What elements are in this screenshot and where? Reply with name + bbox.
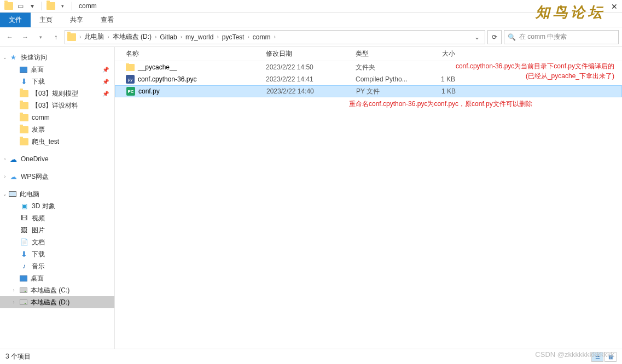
breadcrumb-item[interactable]: my_world [183, 33, 216, 41]
py-icon: PC [126, 87, 135, 96]
breadcrumb-item[interactable]: comm [251, 33, 273, 41]
ribbon-file-tab[interactable]: 文件 [0, 13, 31, 27]
download-icon: ⬇ [20, 77, 28, 86]
sidebar-item-videos[interactable]: 🎞 视频 [0, 212, 114, 224]
pyc-icon: py [126, 75, 135, 84]
chevron-right-icon[interactable]: › [106, 34, 110, 40]
sidebar-item-downloads[interactable]: ⬇ 下载 [0, 248, 114, 260]
file-name: conf.cpython-36.pyc [138, 75, 196, 83]
file-row-py[interactable]: PCconf.py 2023/2/22 14:40 PY 文件 1 KB [115, 85, 622, 97]
breadcrumb-dropdown-icon[interactable]: ⌄ [472, 33, 483, 41]
sidebar-item-desktop[interactable]: 桌面 [0, 272, 114, 284]
search-icon: 🔍 [508, 33, 516, 41]
breadcrumb-item[interactable]: Gitlab [158, 33, 179, 41]
sidebar-item-documents[interactable]: 📄 文档 [0, 236, 114, 248]
qat-folder-icon [46, 2, 55, 10]
up-button[interactable]: ↑ [49, 31, 62, 44]
chevron-right-icon[interactable]: › [2, 174, 8, 179]
sidebar-item-label: 音乐 [32, 262, 45, 271]
3d-icon: ▣ [20, 202, 28, 210]
desktop-icon [20, 67, 27, 73]
qat-chevron-icon[interactable]: ▾ [57, 3, 67, 9]
sidebar-this-pc[interactable]: ⌄ 此电脑 [0, 188, 114, 200]
breadcrumb-item[interactable]: pycTest [220, 33, 247, 41]
column-header-name[interactable]: 名称 [123, 49, 263, 58]
document-icon: 📄 [20, 238, 28, 246]
ribbon-tab-share[interactable]: 共享 [61, 13, 92, 27]
sidebar-quick-access[interactable]: ⌄ ★ 快速访问 [0, 51, 114, 63]
music-icon: ♪ [20, 262, 28, 271]
sidebar-item[interactable]: 发票 [0, 124, 114, 136]
folder-icon [20, 102, 28, 109]
file-date: 2023/2/22 14:50 [263, 63, 352, 71]
column-header-date[interactable]: 修改日期 [263, 49, 352, 58]
sidebar-item-label: 下载 [32, 250, 45, 259]
title-bar: ▭ ▾ ▾ comm 知鸟论坛 ✕ [0, 0, 622, 13]
sidebar-label: 快速访问 [21, 53, 47, 62]
status-bar: 3 个项目 ☰ ▦ [0, 349, 622, 364]
sidebar-item-label: 本地磁盘 (D:) [31, 298, 69, 307]
sidebar-item-downloads[interactable]: ⬇ 下载 📌 [0, 75, 114, 87]
sidebar-item-3d[interactable]: ▣ 3D 对象 [0, 200, 114, 212]
breadcrumb-item[interactable]: 本地磁盘 (D:) [111, 32, 154, 42]
chevron-down-icon[interactable]: ⌄ [2, 191, 8, 197]
sidebar-item-label: 文档 [32, 238, 45, 247]
csdn-watermark: CSDN @zkkkkkkkkkkkkk [535, 350, 614, 359]
separator [72, 2, 72, 10]
sidebar-item[interactable]: 【03】规则模型 📌 [0, 87, 114, 99]
qat-properties-icon[interactable]: ▭ [15, 2, 25, 10]
ribbon: 文件 主页 共享 查看 [0, 13, 622, 27]
sidebar-item[interactable]: 爬虫_test [0, 136, 114, 148]
sidebar-item-label: 视频 [32, 214, 45, 223]
chevron-down-icon[interactable]: ⌄ [2, 55, 8, 60]
file-size: 1 KB [421, 87, 459, 95]
sidebar-item-drive-d[interactable]: › 本地磁盘 (D:) [0, 296, 114, 308]
file-name: conf.py [138, 87, 160, 95]
breadcrumb-item[interactable]: 此电脑 [82, 32, 106, 42]
chevron-right-icon[interactable]: › [154, 34, 158, 40]
window-title: comm [79, 2, 97, 10]
column-header-type[interactable]: 类型 [352, 49, 420, 58]
separator [42, 2, 42, 10]
ribbon-tab-home[interactable]: 主页 [31, 13, 61, 27]
sidebar-item-label: 下载 [32, 77, 45, 86]
chevron-right-icon[interactable]: › [11, 300, 16, 305]
breadcrumb[interactable]: › 此电脑 › 本地磁盘 (D:) › Gitlab › my_world › … [65, 30, 485, 44]
forward-button[interactable]: → [19, 31, 32, 44]
folder-icon [20, 90, 28, 97]
sidebar-item-music[interactable]: ♪ 音乐 [0, 260, 114, 272]
sidebar-item-pictures[interactable]: 🖼 图片 [0, 224, 114, 236]
cloud-icon: ☁ [9, 172, 18, 181]
chevron-right-icon[interactable]: › [246, 34, 250, 40]
sidebar-item-label: comm [32, 114, 50, 121]
pc-icon [9, 191, 16, 197]
file-date: 2023/2/22 14:40 [263, 87, 353, 95]
cloud-icon: ☁ [9, 155, 18, 163]
back-button[interactable]: ← [3, 31, 16, 44]
qat-dropdown-icon[interactable]: ▾ [27, 2, 37, 10]
file-date: 2023/2/22 14:41 [263, 75, 352, 83]
sidebar-item-comm[interactable]: comm [0, 111, 114, 124]
chevron-right-icon[interactable]: › [78, 34, 82, 40]
close-icon[interactable]: ✕ [611, 2, 618, 11]
chevron-right-icon[interactable]: › [11, 287, 16, 293]
refresh-button[interactable]: ⟳ [487, 30, 502, 44]
column-header-size[interactable]: 大小 [420, 49, 458, 58]
chevron-right-icon[interactable]: › [216, 34, 219, 40]
chevron-right-icon[interactable]: › [179, 34, 183, 40]
sidebar-item-drive-c[interactable]: › 本地磁盘 (C:) [0, 284, 114, 296]
chevron-right-icon[interactable]: › [2, 156, 8, 162]
sidebar-item[interactable]: 【03】详设材料 [0, 99, 114, 111]
sidebar-item-desktop[interactable]: 桌面 📌 [0, 63, 114, 75]
folder-icon [126, 64, 135, 71]
sidebar-wps[interactable]: › ☁ WPS网盘 [0, 171, 114, 183]
search-input[interactable]: 🔍 在 comm 中搜索 [504, 30, 619, 44]
ribbon-tab-view[interactable]: 查看 [92, 13, 123, 27]
forum-watermark: 知鸟论坛 [536, 3, 606, 22]
sidebar-onedrive[interactable]: › ☁ OneDrive [0, 153, 114, 165]
sidebar-item-label: 本地磁盘 (C:) [31, 286, 69, 295]
folder-icon [20, 114, 28, 121]
file-list: 名称 修改日期 类型 大小 __pycache__ 2023/2/22 14:5… [115, 47, 622, 349]
history-dropdown[interactable]: ▾ [34, 31, 47, 44]
chevron-right-icon[interactable]: › [272, 34, 276, 40]
